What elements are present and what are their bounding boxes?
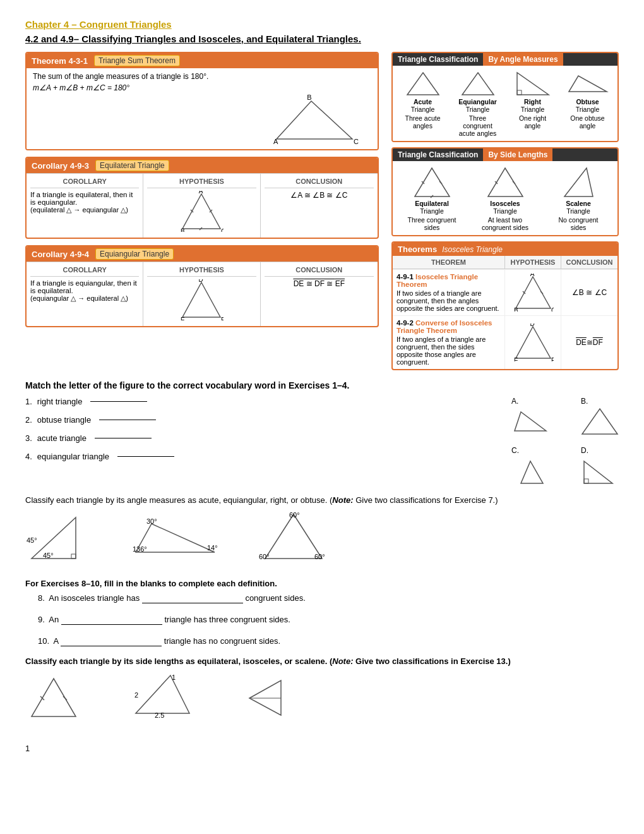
svg-text:B: B — [181, 228, 185, 232]
angle-tri-7: 60° 60° 60° — [259, 511, 328, 570]
svg-text:A: A — [530, 274, 534, 277]
iso-panel-header: Theorems Isosceles Triangle — [393, 243, 617, 256]
figures-row-ab: A. B. — [511, 397, 619, 437]
iso-row-491: 4-9-1 Isosceles Triangle Theorem If two … — [393, 269, 617, 315]
list-item: 1.right triangle — [25, 397, 455, 406]
side-tri-12: 1 2 2.5 — [133, 672, 196, 725]
corollary-494-table: Corollary If a triangle is equiangular, … — [27, 262, 378, 326]
svg-rect-18 — [517, 90, 522, 95]
svg-marker-38 — [515, 412, 546, 431]
fill-list: 8. An isosceles triangle has congruent s… — [38, 593, 619, 646]
tri-class-side-header: Triangle Classification By Side Lengths — [393, 148, 617, 161]
theorem-431-box: Theorem 4-3-1 Triangle Sum Theorem The s… — [25, 52, 379, 150]
figure-c: C. — [511, 446, 549, 486]
scalene-side-svg — [558, 165, 599, 200]
theorem-431-label: Theorem 4-3-1 — [32, 56, 88, 66]
tri-right: Right Triangle One right angle — [505, 70, 560, 137]
svg-text:C: C — [551, 307, 554, 311]
match-exercise-grid: 1.right triangle 2.obtuse triangle 3.acu… — [25, 397, 619, 486]
list-item: 3.acute triangle — [25, 433, 455, 443]
tri-equiangular: Equiangular Triangle Three congruent acu… — [450, 70, 505, 137]
fill-item-9: 9. An triangle has three congruent sides… — [38, 615, 619, 625]
svg-rect-44 — [71, 554, 76, 559]
svg-text:F: F — [551, 357, 554, 361]
corollary-494-sub: Equiangular Triangle — [95, 248, 174, 260]
svg-marker-19 — [569, 76, 607, 92]
isosceles-side-svg — [485, 165, 526, 200]
svg-text:B: B — [307, 95, 311, 101]
tri-class-side-panel: Triangle Classification By Side Lengths … — [391, 147, 619, 236]
svg-marker-15 — [407, 73, 439, 95]
angle-tri-6: 30° 136° 14° — [133, 517, 221, 570]
match-exercise-title: Match the letter of the figure to the co… — [25, 380, 619, 390]
corollary-494-hyp-diagram: D E F — [179, 279, 224, 320]
angle-tri-5: 45° 45° — [25, 511, 95, 570]
svg-marker-47 — [32, 679, 76, 716]
tri-isosceles-side: Isosceles Triangle At least two congruen… — [468, 165, 542, 231]
svg-marker-27 — [564, 168, 593, 196]
figure-c-svg — [511, 455, 549, 486]
figure-b: B. — [581, 397, 619, 437]
side-tri-11 — [25, 672, 82, 725]
side-lengths-title: Classify each triangle by its side lengt… — [25, 656, 619, 666]
theorem-431-body: The sum of the angle measures of a trian… — [27, 68, 378, 149]
tri-obtuse: Obtuse Triangle One obtuse angle — [560, 70, 615, 137]
right-triangle-svg — [514, 70, 552, 98]
match-exercise-list: 1.right triangle 2.obtuse triangle 3.acu… — [25, 397, 455, 486]
side-tri-13-svg — [246, 674, 303, 722]
side-tri-11-svg — [25, 672, 82, 723]
angle-triangles-row: 45° 45° 30° 136° 14° 60° 60° 60° — [25, 511, 619, 570]
side-triangles-row: 1 2 2.5 — [25, 672, 619, 725]
figures-row-cd: C. D. — [511, 446, 619, 486]
match-exercise: Match the letter of the figure to the co… — [25, 380, 619, 486]
corollary-494-box: Corollary 4-9-4 Equiangular Triangle Cor… — [25, 245, 379, 327]
list-item: 2.obtuse triangle — [25, 415, 455, 425]
list-item: 4.equiangular triangle — [25, 452, 455, 461]
corollary-493-table: Corollary If a triangle is equilateral, … — [27, 173, 378, 238]
obtuse-triangle-svg — [566, 70, 610, 98]
svg-marker-4 — [182, 194, 220, 229]
svg-marker-28 — [516, 277, 551, 308]
iso-table-header: Theorem Hypothesis Conclusion — [393, 256, 617, 269]
corollary-493-header: Corollary 4-9-3 Equilateral Triangle — [27, 158, 378, 173]
tri-scalene-side: Scalene Triangle No congruent sides — [542, 165, 615, 231]
svg-text:F: F — [221, 317, 224, 320]
fill-blanks-section: For Exercises 8–10, fill in the blanks t… — [25, 579, 619, 646]
acute-triangle-svg — [404, 70, 442, 98]
svg-text:A: A — [273, 138, 278, 145]
svg-marker-34 — [516, 327, 551, 358]
fill-item-8: 8. An isosceles triangle has congruent s… — [38, 593, 619, 603]
side-tri-13 — [246, 674, 303, 723]
svg-text:A: A — [199, 191, 203, 195]
svg-marker-24 — [488, 168, 523, 196]
svg-text:E: E — [181, 317, 185, 320]
corollary-494-label: Corollary 4-9-4 — [32, 250, 89, 259]
iso-492-hyp: D E F — [513, 323, 554, 361]
svg-line-49 — [63, 696, 67, 700]
corollary-493-label: Corollary 4-9-3 — [32, 161, 89, 171]
iso-row-492: 4-9-2 Converse of Isosceles Triangle The… — [393, 315, 617, 369]
page-number: 1 — [25, 744, 619, 753]
iso-491-hyp: A B C — [513, 274, 554, 311]
svg-marker-0 — [277, 101, 352, 139]
classify-instruction: Classify each triangle by its angle meas… — [25, 495, 619, 505]
svg-text:C: C — [354, 138, 359, 145]
svg-marker-46 — [265, 514, 322, 559]
figure-d: D. — [581, 446, 619, 486]
svg-marker-45 — [136, 524, 215, 552]
theorem-431-diagram: B A C — [264, 95, 359, 145]
fill-blanks-title: For Exercises 8–10, fill in the blanks t… — [25, 579, 619, 588]
tri-class-angle-panel: Triangle Classification By Angle Measure… — [391, 52, 619, 142]
section-title: 4.2 and 4.9– Classifying Triangles and I… — [25, 33, 619, 44]
chapter-title: Chapter 4 – Congruent Triangles — [25, 19, 619, 30]
figure-d-svg — [581, 455, 619, 486]
tri-equilateral-side: Equilateral Triangle Three congruent sid… — [395, 165, 468, 231]
theorem-431-header: Theorem 4-3-1 Triangle Sum Theorem — [27, 53, 378, 68]
svg-text:B: B — [514, 307, 518, 311]
svg-marker-40 — [521, 461, 543, 483]
svg-text:D: D — [199, 279, 203, 283]
corollary-493-sub: Equilateral Triangle — [95, 160, 169, 171]
svg-marker-20 — [415, 168, 450, 196]
svg-text:E: E — [514, 357, 518, 361]
fill-item-10: 10. A triangle has no congruent sides. — [38, 636, 619, 646]
